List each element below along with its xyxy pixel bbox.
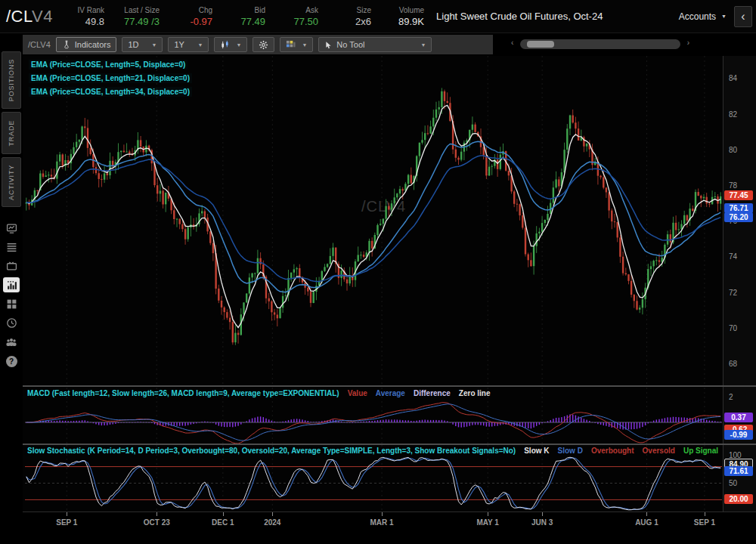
price-axis-label: 72	[729, 289, 737, 297]
price-axis-label: 78	[729, 181, 737, 190]
time-axis-label: AUG 1	[635, 518, 658, 527]
indicators-button[interactable]: Indicators	[56, 37, 117, 52]
legend-item: Slow D	[558, 447, 583, 455]
study-label-ema-21: EMA (Price=CLOSE, Length=21, Displace=0)	[29, 73, 192, 83]
stat-volume: Volume89.9K	[391, 6, 424, 27]
sidebar-tab-positions[interactable]: POSITIONS	[2, 51, 21, 109]
history-clock-icon[interactable]	[3, 315, 20, 330]
help-icon[interactable]: ?	[3, 354, 20, 369]
study-label-ema-5: EMA (Price=CLOSE, Length=5, Displace=0)	[29, 60, 187, 70]
time-axis-label: JUN 3	[531, 518, 553, 527]
time-axis-label: OCT 23	[144, 518, 170, 527]
time-axis-tick	[705, 512, 705, 516]
header: /CLV4 IV Rank49.8Last / Size77.49 /3Chg-…	[0, 0, 756, 33]
time-axis-label: MAY 1	[476, 518, 498, 527]
watchlist-icon[interactable]	[3, 240, 20, 255]
chevron-down-icon: ▼	[721, 14, 727, 19]
drawing-tool-dropdown[interactable]: No Tool ▼	[318, 37, 432, 52]
scrollbar-thumb[interactable]	[527, 41, 554, 48]
stat-label: Chg	[179, 6, 212, 14]
axis-badge: 0.37	[724, 413, 753, 422]
axis-badge: 71.61	[724, 466, 753, 476]
collapse-panel-button[interactable]: ‹	[734, 6, 752, 27]
pattern-grid-icon	[286, 40, 296, 50]
chart-window-icon[interactable]	[3, 221, 20, 236]
legend-item: Average	[376, 389, 405, 397]
stat-last-size: Last / Size77.49 /3	[124, 6, 160, 27]
panel-divider[interactable]	[23, 444, 756, 445]
chevron-down-icon: ▼	[198, 42, 203, 48]
chevron-down-icon: ▼	[152, 42, 157, 48]
candlestick-icon	[220, 40, 230, 50]
chevron-down-icon: ▼	[302, 42, 307, 48]
stat-label: Volume	[391, 6, 424, 14]
apps-grid-icon[interactable]	[3, 296, 20, 311]
stat-value: -0.97	[179, 16, 212, 27]
time-axis-label: SEP 1	[56, 518, 77, 527]
stoch-header: Slow Stochastic (K Period=14, D Period=3…	[27, 447, 721, 455]
sidebar-tab-trade[interactable]: TRADE	[2, 112, 21, 154]
stat-value: 77.49 /3	[124, 16, 160, 27]
stat-value: 77.49	[232, 16, 265, 27]
scroll-right-icon[interactable]: ›	[687, 39, 689, 47]
community-icon[interactable]	[3, 334, 20, 349]
chart-type-dropdown[interactable]: ▼	[214, 37, 247, 52]
time-axis-label: MAR 1	[370, 518, 394, 527]
time-axis-label: SEP 1	[694, 518, 715, 527]
price-axis-label: 68	[729, 360, 737, 368]
price-chart-svg[interactable]	[23, 56, 724, 385]
stat-label: Size	[338, 6, 371, 14]
axis-badge: 76.71	[724, 203, 753, 213]
time-axis-tick	[156, 512, 157, 516]
time-axis[interactable]: SEP 1OCT 23DEC 12024MAR 1MAY 1JUN 3AUG 1…	[23, 512, 756, 533]
time-axis-tick	[382, 512, 383, 516]
chart-settings-button[interactable]	[253, 37, 274, 52]
stat-value: 2x6	[338, 16, 371, 27]
stoch-panel[interactable]: Slow Stochastic (K Period=14, D Period=3…	[23, 445, 724, 512]
price-axis-label: 84	[729, 74, 737, 82]
stat-chg: Chg-0.97	[179, 6, 212, 27]
study-label: Slow Stochastic (K Period=14, D Period=3…	[27, 447, 516, 455]
price-axis-label: 70	[729, 324, 737, 332]
stat-label: Last / Size	[124, 6, 160, 14]
sidebar-tab-activity[interactable]: ACTIVITY	[2, 157, 21, 207]
accounts-dropdown[interactable]: Accounts ▼	[679, 11, 727, 22]
study-label-ema-34: EMA (Price=CLOSE, Length=34, Displace=0)	[29, 87, 192, 97]
stat-label: Bid	[232, 6, 265, 14]
header-stats: IV Rank49.8Last / Size77.49 /3Chg-0.97Bi…	[71, 6, 424, 27]
range-dropdown[interactable]: 1Y ▼	[168, 37, 209, 52]
timeframe-dropdown[interactable]: 1D ▼	[122, 37, 163, 52]
chart-horizontal-scrollbar[interactable]: ‹ ›	[520, 39, 680, 49]
timeframe-value: 1D	[128, 40, 138, 49]
time-axis-label: DEC 1	[212, 518, 234, 527]
legend-item: Oversold	[643, 447, 675, 455]
price-chart-panel[interactable]: /CLV4 EMA (Price=CLOSE, Length=5, Displa…	[23, 56, 724, 385]
macd-panel[interactable]: MACD (Fast length=12, Slow length=26, MA…	[23, 388, 724, 444]
legend-item: Overbought	[591, 447, 634, 455]
time-axis-label: 2024	[264, 518, 280, 527]
range-value: 1Y	[174, 40, 184, 49]
legend-item: Up Signal	[683, 447, 718, 455]
left-sidebar: POSITIONS TRADE ACTIVITY ?	[0, 35, 23, 544]
stoch-axis-label: 50	[729, 479, 737, 487]
monitor-icon[interactable]	[3, 258, 20, 274]
scroll-left-icon[interactable]: ‹	[511, 39, 513, 47]
gear-icon	[259, 40, 268, 50]
legend-item: Value	[348, 389, 367, 397]
tab-label: POSITIONS	[8, 59, 15, 101]
chevron-left-icon: ‹	[741, 10, 745, 23]
stat-label: Ask	[285, 6, 318, 14]
symbol-primary: /CL	[6, 7, 32, 26]
pattern-tool-dropdown[interactable]: ▼	[280, 37, 313, 52]
toolbar-symbol-label: /CLV4	[28, 40, 51, 49]
price-axis-label: 82	[729, 110, 737, 119]
tab-label: ACTIVITY	[8, 165, 15, 200]
legend-item: Zero line	[459, 389, 491, 397]
indicators-label: Indicators	[75, 40, 111, 49]
time-axis-tick	[67, 512, 67, 516]
time-axis-tick	[542, 512, 543, 516]
active-chart-icon[interactable]	[3, 277, 20, 292]
panel-divider[interactable]	[23, 385, 756, 387]
macd-header: MACD (Fast length=12, Slow length=26, MA…	[27, 389, 721, 397]
stoch-svg[interactable]	[23, 445, 724, 512]
